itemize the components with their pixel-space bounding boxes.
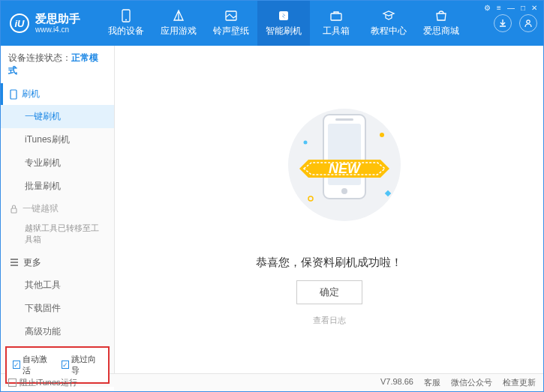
success-illustration: NEW bbox=[269, 94, 389, 244]
nav-label: 智能刷机 bbox=[266, 25, 302, 37]
version-label: V7.98.66 bbox=[380, 377, 413, 388]
checkbox-skip-guide[interactable]: ✓ 跳过向导 bbox=[62, 354, 103, 376]
wechat-link[interactable]: 微信公众号 bbox=[451, 377, 492, 388]
logo-icon: iU bbox=[10, 13, 29, 33]
jailbreak-note: 越狱工具已转移至工具箱 bbox=[1, 220, 114, 252]
new-badge-text: NEW bbox=[329, 161, 362, 176]
checkbox-icon: ✓ bbox=[13, 361, 20, 369]
sidebar-item-itunes-flash[interactable]: iTunes刷机 bbox=[1, 128, 114, 151]
nav-apps[interactable]: 应用游戏 bbox=[152, 1, 205, 46]
maximize-button[interactable]: □ bbox=[521, 4, 525, 12]
status-label: 设备连接状态： bbox=[8, 52, 71, 63]
svg-point-5 bbox=[527, 20, 530, 23]
svg-point-15 bbox=[303, 140, 307, 144]
download-button[interactable] bbox=[494, 14, 512, 32]
section-label: 刷机 bbox=[22, 88, 40, 100]
app-header: ⚙ ≡ — □ ✕ iU 爱思助手 www.i4.cn 我的设备 应用游戏 铃声… bbox=[1, 1, 543, 46]
svg-point-14 bbox=[380, 133, 384, 137]
wallpaper-icon bbox=[224, 9, 238, 22]
settings-icon[interactable]: ⚙ bbox=[484, 4, 491, 12]
nav-store[interactable]: 爱思商城 bbox=[415, 1, 467, 46]
logo: iU 爱思助手 www.i4.cn bbox=[10, 13, 100, 34]
nav-label: 铃声壁纸 bbox=[213, 25, 249, 37]
svg-point-1 bbox=[125, 19, 127, 21]
nav-label: 爱思商城 bbox=[423, 25, 459, 37]
nav-tutorial[interactable]: 教程中心 bbox=[362, 1, 415, 46]
checkbox-label: 自动激活 bbox=[23, 354, 53, 376]
store-icon bbox=[434, 9, 448, 22]
nav-flash[interactable]: 智能刷机 bbox=[257, 1, 310, 46]
nav-label: 我的设备 bbox=[108, 25, 144, 37]
tutorial-icon bbox=[382, 9, 395, 22]
app-url: www.i4.cn bbox=[35, 25, 80, 34]
main-nav: 我的设备 应用游戏 铃声壁纸 智能刷机 工具箱 教程中心 爱思商城 bbox=[100, 1, 494, 46]
sidebar-item-other-tools[interactable]: 其他工具 bbox=[1, 274, 114, 297]
minimize-button[interactable]: — bbox=[507, 4, 515, 12]
svg-rect-3 bbox=[279, 11, 288, 20]
svg-rect-6 bbox=[11, 90, 17, 99]
svg-point-12 bbox=[341, 188, 347, 194]
sidebar-item-advanced[interactable]: 高级功能 bbox=[1, 320, 114, 343]
nav-my-device[interactable]: 我的设备 bbox=[100, 1, 152, 46]
section-jailbreak[interactable]: 一键越狱 bbox=[1, 198, 114, 220]
nav-toolbox[interactable]: 工具箱 bbox=[310, 1, 362, 46]
checkbox-label: 阻止iTunes运行 bbox=[20, 377, 77, 388]
section-label: 一键越狱 bbox=[23, 202, 59, 215]
user-button[interactable] bbox=[519, 14, 537, 32]
connection-status: 设备连接状态：正常模式 bbox=[1, 46, 114, 83]
footer-right: V7.98.66 客服 微信公众号 检查更新 bbox=[380, 377, 536, 388]
check-update-link[interactable]: 检查更新 bbox=[503, 377, 536, 388]
app-title: 爱思助手 bbox=[35, 13, 80, 25]
checkbox-label: 跳过向导 bbox=[71, 354, 102, 376]
sidebar-item-pro-flash[interactable]: 专业刷机 bbox=[1, 151, 114, 175]
toolbox-icon bbox=[329, 9, 343, 22]
flash-icon bbox=[277, 9, 290, 22]
checkbox-auto-activate[interactable]: ✓ 自动激活 bbox=[13, 354, 54, 376]
sidebar: 设备连接状态：正常模式 刷机 一键刷机 iTunes刷机 专业刷机 批量刷机 一… bbox=[1, 46, 115, 373]
section-flash[interactable]: 刷机 bbox=[1, 83, 114, 105]
window-controls: ⚙ ≡ — □ ✕ bbox=[484, 4, 537, 12]
header-actions bbox=[494, 14, 537, 32]
customer-service-link[interactable]: 客服 bbox=[424, 377, 440, 388]
section-more[interactable]: 更多 bbox=[1, 252, 114, 274]
menu-icon[interactable]: ≡ bbox=[497, 4, 501, 12]
nav-label: 教程中心 bbox=[371, 25, 407, 37]
phone-icon bbox=[119, 9, 133, 22]
svg-rect-7 bbox=[11, 208, 17, 213]
nav-label: 应用游戏 bbox=[161, 25, 197, 37]
checkbox-icon: ✓ bbox=[62, 361, 69, 369]
sidebar-item-oneclick-flash[interactable]: 一键刷机 bbox=[1, 105, 114, 128]
svg-rect-13 bbox=[335, 118, 353, 121]
checkbox-block-itunes[interactable]: 阻止iTunes运行 bbox=[8, 377, 77, 388]
nav-ringtones[interactable]: 铃声壁纸 bbox=[205, 1, 257, 46]
apps-icon bbox=[172, 9, 185, 22]
main-content: NEW 恭喜您，保资料刷机成功啦！ 确定 查看日志 bbox=[115, 46, 543, 373]
checkbox-icon bbox=[8, 379, 17, 387]
close-button[interactable]: ✕ bbox=[531, 4, 537, 12]
lock-icon bbox=[10, 205, 18, 214]
sidebar-item-batch-flash[interactable]: 批量刷机 bbox=[1, 175, 114, 198]
ok-button[interactable]: 确定 bbox=[296, 280, 362, 304]
section-label: 更多 bbox=[23, 256, 41, 269]
nav-label: 工具箱 bbox=[323, 25, 350, 37]
success-message: 恭喜您，保资料刷机成功啦！ bbox=[256, 256, 402, 270]
sidebar-item-download-firmware[interactable]: 下载固件 bbox=[1, 297, 114, 320]
view-log-link[interactable]: 查看日志 bbox=[313, 315, 346, 326]
phone-small-icon bbox=[10, 89, 17, 100]
more-icon bbox=[10, 259, 19, 266]
svg-rect-4 bbox=[331, 13, 341, 20]
